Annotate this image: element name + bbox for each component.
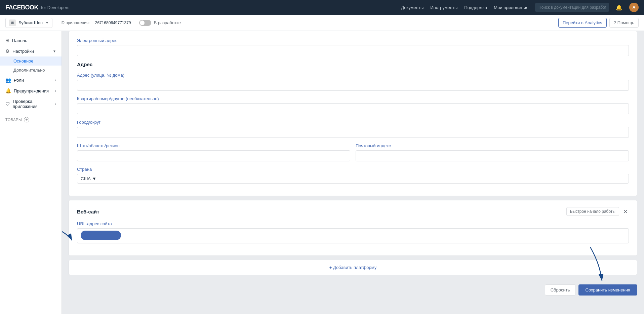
address-apt-group: Квартира/номер/другое (необязательно): [77, 96, 629, 114]
app-selector[interactable]: ⊞ Бублик Шоп ▼: [5, 18, 52, 28]
help-icon: ?: [614, 20, 616, 25]
email-label: Электронный адрес: [77, 38, 629, 43]
bell-icon: 🔔: [5, 88, 11, 93]
analytics-button[interactable]: Перейти в Analytics: [558, 18, 607, 28]
url-label: URL-адрес сайта: [77, 221, 629, 226]
sidebar-item-basic[interactable]: Основное: [0, 56, 62, 66]
reset-button[interactable]: Сбросить: [545, 284, 576, 296]
sidebar-item-review[interactable]: 🛡 Проверка приложения ›: [0, 96, 62, 112]
apt-label: Квартира/номер/другое (необязательно): [77, 96, 629, 101]
sidebar-item-roles[interactable]: 👥 Роли ›: [0, 75, 62, 85]
section-label: ТОВАРЫ: [5, 118, 22, 122]
add-platform-bar: + Добавить платформу: [69, 260, 637, 275]
logo-area: FACEBOOK for Developers: [5, 4, 70, 11]
dev-mode-toggle[interactable]: В разработке: [139, 20, 181, 26]
sub-header: ⊞ Бублик Шоп ▼ ID приложения: 2671680649…: [0, 15, 644, 31]
top-navigation: FACEBOOK for Developers Документы Инстру…: [0, 0, 644, 15]
url-input-container[interactable]: [77, 228, 629, 243]
website-card: Веб-сайт Быстрое начало работы ✕ URL-адр…: [69, 200, 637, 256]
city-input[interactable]: [77, 127, 629, 138]
developers-label: for Developers: [41, 5, 70, 10]
country-group: Страна США ▼: [77, 167, 629, 184]
sidebar: ⊞ Панель ⚙ Настройки ▼ Основное Дополнит…: [0, 31, 62, 314]
search-input[interactable]: [535, 3, 609, 12]
add-product-button[interactable]: +: [24, 117, 29, 122]
address-section-title: Адрес: [77, 62, 629, 67]
toggle-switch[interactable]: [139, 20, 151, 26]
shield-icon: 🛡: [5, 101, 10, 107]
sidebar-section-products: ТОВАРЫ +: [0, 114, 62, 125]
city-label: Город/округ: [77, 120, 629, 125]
help-button[interactable]: ? Помощь: [609, 18, 639, 28]
sidebar-item-settings[interactable]: ⚙ Настройки ▼: [0, 46, 62, 56]
sidebar-label-panel: Панель: [12, 38, 56, 43]
state-zip-row: Штат/область/регион Почтовый индекс: [77, 143, 629, 167]
toggle-label: В разработке: [154, 20, 181, 25]
sidebar-item-advanced[interactable]: Дополнительно: [0, 66, 62, 75]
nav-tools[interactable]: Инструменты: [430, 5, 457, 10]
sidebar-label-roles: Роли: [14, 78, 52, 83]
address-form-card: Электронный адрес Адрес Адрес (улица, № …: [69, 31, 637, 196]
chevron-down-icon: ▼: [92, 176, 96, 181]
url-group: URL-адрес сайта: [77, 221, 629, 243]
app-id-value: 2671680649771379: [95, 21, 131, 25]
state-group: Штат/область/регион: [77, 143, 350, 161]
app-id-label: ID приложения:: [61, 21, 90, 25]
top-nav-links: Документы Инструменты Поддержка Мои прил…: [401, 3, 639, 12]
chevron-down-icon: ▼: [53, 49, 56, 53]
app-icon: ⊞: [9, 19, 16, 26]
main-content: Электронный адрес Адрес Адрес (улица, № …: [62, 31, 644, 314]
email-group: Электронный адрес: [77, 38, 629, 56]
footer-actions: Сбросить Сохранить изменения: [69, 279, 637, 301]
website-card-title: Веб-сайт: [77, 209, 99, 214]
gear-icon: ⚙: [5, 48, 10, 54]
country-select[interactable]: США ▼: [77, 174, 629, 184]
sidebar-label-advanced: Дополнительно: [13, 68, 45, 73]
apt-input[interactable]: [77, 103, 629, 114]
close-website-button[interactable]: ✕: [622, 208, 629, 215]
chevron-down-icon: ▼: [45, 21, 49, 25]
website-card-header: Веб-сайт Быстрое начало работы ✕: [77, 207, 629, 216]
users-icon: 👥: [5, 77, 11, 83]
save-button[interactable]: Сохранить изменения: [578, 284, 638, 296]
sidebar-item-warnings[interactable]: 🔔 Предупреждения ›: [0, 85, 62, 96]
state-label: Штат/область/регион: [77, 143, 350, 148]
sidebar-label-warnings: Предупреждения: [14, 88, 52, 93]
state-input[interactable]: [77, 150, 350, 161]
facebook-logo: FACEBOOK: [5, 4, 38, 11]
quick-start-button[interactable]: Быстрое начало работы: [566, 207, 619, 216]
nav-docs[interactable]: Документы: [401, 5, 424, 10]
address-street-group: Адрес (улица, № дома): [77, 73, 629, 91]
subheader-actions: Перейти в Analytics ? Помощь: [558, 18, 639, 28]
bell-icon[interactable]: 🔔: [616, 4, 622, 11]
country-value: США: [81, 176, 91, 181]
chevron-right-icon: ›: [55, 78, 56, 82]
email-input[interactable]: [77, 45, 629, 56]
add-platform-button[interactable]: + Добавить платформу: [329, 265, 377, 270]
app-name: Бублик Шоп: [18, 20, 43, 25]
street-input[interactable]: [77, 80, 629, 91]
website-card-actions: Быстрое начало работы ✕: [566, 207, 629, 216]
url-value-pill: [81, 231, 121, 240]
footer-section: Сбросить Сохранить изменения: [69, 279, 637, 301]
zip-label: Почтовый индекс: [356, 143, 629, 148]
zip-group: Почтовый индекс: [356, 143, 629, 161]
chevron-right-icon: ›: [55, 102, 56, 106]
sidebar-item-panel[interactable]: ⊞ Панель: [0, 35, 62, 46]
zip-input[interactable]: [356, 150, 629, 161]
toggle-knob: [140, 21, 145, 25]
main-layout: ⊞ Панель ⚙ Настройки ▼ Основное Дополнит…: [0, 31, 644, 314]
street-label: Адрес (улица, № дома): [77, 73, 629, 78]
nav-support[interactable]: Поддержка: [464, 5, 487, 10]
home-icon: ⊞: [5, 38, 9, 43]
country-label: Страна: [77, 167, 629, 172]
chevron-right-icon: ›: [55, 89, 56, 93]
user-avatar[interactable]: А: [629, 3, 639, 12]
website-section: Веб-сайт Быстрое начало работы ✕ URL-адр…: [69, 200, 637, 256]
sidebar-label-review: Проверка приложения: [13, 99, 52, 109]
sidebar-label-settings: Настройки: [12, 49, 50, 54]
nav-my-apps[interactable]: Мои приложения: [494, 5, 528, 10]
address-city-group: Город/округ: [77, 120, 629, 138]
sidebar-label-basic: Основное: [13, 58, 34, 64]
